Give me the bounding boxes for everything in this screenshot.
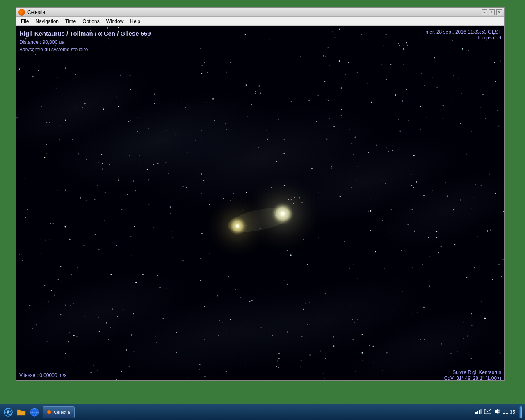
maximize-button[interactable]: + xyxy=(489,9,495,15)
space-view[interactable]: Rigil Kentaurus / Toliman / α Cen / Glie… xyxy=(16,26,504,380)
celestia-taskbar-icon xyxy=(47,410,51,414)
info-overlay-left: Rigil Kentaurus / Toliman / α Cen / Glie… xyxy=(19,29,151,53)
info-overlay-right: mer. 28 sept. 2016 11:33:53 CEST Temps r… xyxy=(425,29,501,41)
volume-icon[interactable] xyxy=(494,408,500,416)
clock-time: 11:35 xyxy=(503,409,515,415)
celestia-icon xyxy=(18,9,25,16)
time-mode: Temps réel xyxy=(425,35,501,41)
status-bar: Vitesse : 0,00000 m/s Suivre Rigil Kenta… xyxy=(16,370,504,380)
browser-icon xyxy=(30,407,39,417)
menu-time[interactable]: Time xyxy=(62,18,79,25)
minimize-button[interactable]: − xyxy=(482,9,487,15)
tracking-display: Suivre Rigil Kentaurus CdV: 31° 49′ 28,1… xyxy=(444,370,501,380)
svg-rect-10 xyxy=(480,409,482,414)
menu-bar: File Navigation Time Options Window Help xyxy=(16,17,504,26)
taskbar-tray: 11:35 xyxy=(475,406,523,418)
menu-navigation[interactable]: Navigation xyxy=(32,18,62,25)
object-type: Barycentre du système stellaire xyxy=(19,46,151,53)
fov-display: CdV: 31° 49′ 28,1″ (1,00×) xyxy=(444,375,501,380)
taskbar-folder-icon[interactable] xyxy=(16,406,27,418)
title-bar-text: Celestia xyxy=(27,9,482,15)
menu-window[interactable]: Window xyxy=(103,18,127,25)
taskbar-celestia-button[interactable]: Celestia xyxy=(43,406,75,418)
taskbar-browser-icon[interactable] xyxy=(29,406,40,418)
menu-options[interactable]: Options xyxy=(79,18,103,25)
velocity-display: Vitesse : 0,00000 m/s xyxy=(19,372,66,378)
menu-help[interactable]: Help xyxy=(127,18,144,25)
svg-marker-12 xyxy=(495,409,498,414)
object-distance: Distance : 90,000 ua xyxy=(19,39,151,46)
title-bar: Celestia − + × xyxy=(16,8,504,17)
taskbar-app-label: Celestia xyxy=(54,410,70,415)
taskbar-clock: 11:35 xyxy=(503,409,515,415)
datetime-display: mer. 28 sept. 2016 11:33:53 CEST xyxy=(425,29,501,35)
object-title: Rigil Kentaurus / Toliman / α Cen / Glie… xyxy=(19,29,151,39)
star-canvas xyxy=(16,26,504,380)
taskbar-start-icon[interactable] xyxy=(2,406,14,418)
taskbar: Celestia xyxy=(0,404,525,420)
network-icon[interactable] xyxy=(475,408,482,416)
celestia-start-icon xyxy=(3,407,13,417)
taskbar-edge xyxy=(519,406,522,418)
folder-icon xyxy=(16,408,26,416)
window-controls: − + × xyxy=(482,9,502,15)
svg-rect-8 xyxy=(477,411,478,414)
svg-point-2 xyxy=(7,411,9,413)
tracking-target: Suivre Rigil Kentaurus xyxy=(444,370,501,375)
menu-file[interactable]: File xyxy=(18,18,32,25)
celestia-window: Celestia − + × File Navigation Time Opti… xyxy=(16,7,505,381)
mail-icon[interactable] xyxy=(484,409,491,415)
svg-rect-9 xyxy=(479,410,480,414)
close-button[interactable]: × xyxy=(496,9,502,15)
svg-rect-7 xyxy=(475,412,477,414)
